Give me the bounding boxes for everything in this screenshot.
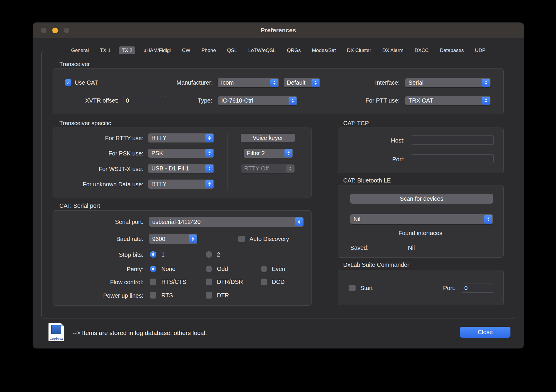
rtty-use-value: RTTY (151, 135, 167, 141)
dxlab-group-title: DxLab Suite Commander (343, 261, 409, 268)
cat-tcp-group (338, 128, 504, 173)
chevron-updown-icon (270, 79, 278, 87)
power-dtr-checkbox[interactable] (206, 292, 212, 299)
chevron-updown-icon (482, 97, 490, 105)
parity-odd-radio[interactable] (206, 266, 212, 272)
start-label: Start (360, 284, 373, 292)
variant-value: Default (287, 79, 305, 86)
tab-dx-alarm[interactable]: DX Alarm (379, 46, 406, 54)
voice-keyer-button[interactable]: Voice keyer (241, 134, 295, 142)
cat-ble-group-title: CAT: Bluetooth LE (343, 177, 391, 184)
chevron-updown-icon (482, 79, 490, 87)
flow-dtrdsr-label: DTR/DSR (217, 278, 243, 285)
parity-odd-label: Odd (217, 265, 228, 272)
flow-rtscts-checkbox[interactable] (150, 279, 156, 285)
parity-none-radio[interactable] (150, 266, 156, 272)
preferences-window: Preferences General TX 1 TX 2 µHAM/Fldig… (33, 23, 524, 348)
flow-dcd-checkbox[interactable] (261, 279, 267, 285)
stopbits-2-radio[interactable] (206, 251, 212, 258)
close-button[interactable]: Close (460, 327, 510, 338)
tab-qsl[interactable]: QSL (224, 46, 240, 54)
filter-value: Filter 2 (247, 150, 265, 157)
tab-cw[interactable]: CW (179, 46, 193, 54)
stopbits-1-radio[interactable] (150, 251, 156, 258)
saved-label: Saved: (350, 244, 369, 251)
tab-dxcc[interactable]: DXCC (412, 46, 432, 54)
dxlab-port-input[interactable] (462, 284, 494, 293)
baud-rate-label: Baud rate: (61, 235, 143, 242)
page-fold-cut (61, 323, 64, 326)
rtty-off-select: RTTY Off (241, 164, 295, 173)
chevron-updown-icon (284, 149, 292, 157)
logbook-caption: Logbook (48, 337, 64, 340)
tab-dx-cluster[interactable]: DX Cluster (344, 46, 374, 54)
manufacturer-value: Icom (221, 79, 234, 86)
chevron-updown-icon (295, 217, 303, 226)
scan-devices-button[interactable]: Scan for devices (350, 194, 493, 204)
tab-tx2[interactable]: TX 2 (119, 46, 135, 54)
flow-dtrdsr-checkbox[interactable] (206, 279, 212, 285)
rtty-use-select[interactable]: RTTY (148, 133, 214, 143)
ble-device-select[interactable]: Nil (350, 214, 493, 224)
type-select[interactable]: IC-7610-Ctrl (218, 96, 297, 105)
type-label: Type: (165, 97, 212, 104)
chevron-updown-icon (286, 165, 294, 172)
cat-serial-group-title: CAT: Serial port (59, 202, 100, 209)
baud-rate-select[interactable]: 9600 (149, 234, 197, 244)
parity-even-radio[interactable] (261, 266, 267, 272)
auto-discovery-checkbox[interactable] (238, 236, 245, 242)
tcp-port-label: Port: (358, 156, 405, 163)
stopbits-1-label: 1 (161, 251, 165, 258)
tab-databases[interactable]: Databases (437, 46, 467, 54)
power-dtr-label: DTR (217, 292, 229, 299)
interface-select[interactable]: Serial (405, 78, 490, 87)
serial-port-select[interactable]: usbserial-1412420 (149, 217, 304, 227)
logbook-icon: Logbook (48, 323, 64, 341)
tab-qrgs[interactable]: QRGs (284, 46, 304, 54)
serial-port-value: usbserial-1412420 (152, 219, 201, 225)
host-label: Host: (358, 137, 405, 144)
unknown-data-use-select[interactable]: RTTY (148, 180, 214, 189)
wsjtx-use-label: For WSJT-X use: (61, 165, 143, 172)
use-cat-checkbox[interactable] (65, 79, 71, 86)
chevron-updown-icon (289, 97, 297, 105)
tab-uham-fldigi[interactable]: µHAM/Fldigi (140, 46, 174, 54)
flow-control-label: Flow control: (61, 279, 143, 286)
manufacturer-variant-select[interactable]: Default (284, 78, 320, 87)
chevron-updown-icon (189, 234, 197, 243)
dxlab-port-label: Port: (408, 284, 455, 292)
tab-modes-sat[interactable]: Modes/Sat (309, 46, 339, 54)
tab-tx1[interactable]: TX 1 (97, 46, 113, 54)
rtty-off-value: RTTY Off (244, 165, 269, 172)
host-input[interactable] (411, 135, 494, 145)
psk-use-value: PSK (151, 150, 163, 157)
parity-none-label: None (161, 265, 175, 272)
ble-device-value: Nil (354, 216, 360, 223)
ptt-value: TRX CAT (408, 97, 433, 104)
power-rts-label: RTS (161, 292, 173, 299)
type-value: IC-7610-Ctrl (221, 97, 253, 104)
screen-background: Preferences General TX 1 TX 2 µHAM/Fldig… (0, 0, 556, 392)
tab-lotw-eqsl[interactable]: LoTW/eQSL (245, 46, 279, 54)
cat-tcp-group-title: CAT: TCP (343, 120, 369, 127)
tab-bar: General TX 1 TX 2 µHAM/Fldigi CW Phone Q… (33, 46, 524, 54)
found-interfaces-label: Found interfaces (338, 229, 503, 237)
titlebar: Preferences (33, 23, 524, 38)
port-input[interactable] (411, 154, 494, 163)
xvtr-offset-input[interactable] (123, 96, 166, 105)
tab-general[interactable]: General (68, 46, 92, 54)
use-cat-label: Use CAT (75, 79, 98, 86)
ptt-select[interactable]: TRX CAT (405, 96, 490, 105)
psk-use-select[interactable]: PSK (148, 149, 214, 158)
rtty-use-label: For RTTY use: (61, 135, 143, 142)
scan-devices-label: Scan for devices (400, 195, 443, 202)
transceiver-specific-group-title: Transceiver specific (59, 120, 111, 127)
baud-rate-value: 9600 (152, 236, 165, 242)
power-rts-checkbox[interactable] (150, 292, 156, 299)
tab-udp[interactable]: UDP (472, 46, 488, 54)
wsjtx-use-select[interactable]: USB - D1 Fil 1 (148, 164, 214, 173)
filter-select[interactable]: Filter 2 (244, 149, 293, 158)
start-checkbox[interactable] (349, 285, 356, 291)
manufacturer-select[interactable]: Icom (218, 78, 279, 87)
tab-phone[interactable]: Phone (198, 46, 219, 54)
